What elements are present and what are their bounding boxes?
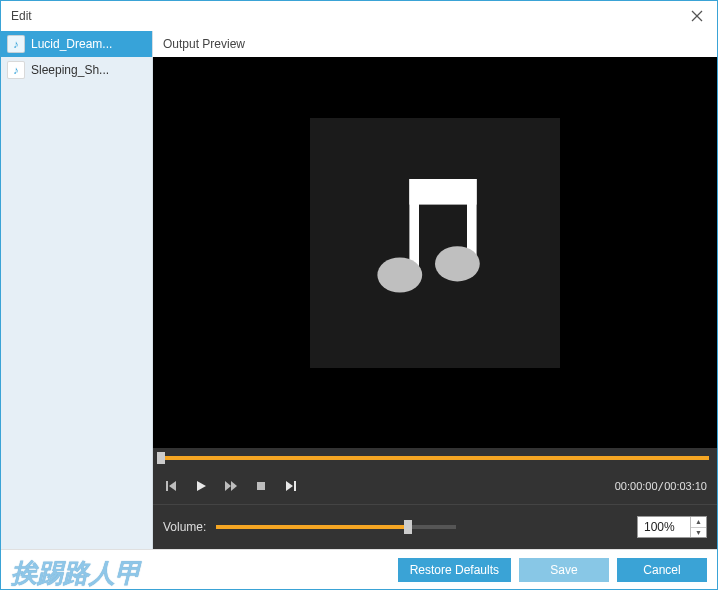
total-time: 00:03:10	[664, 480, 707, 492]
volume-spinner: ▲ ▼	[690, 517, 706, 537]
output-preview-label: Output Preview	[153, 31, 717, 57]
edit-window: Edit ♪ Lucid_Dream... ♪ Sleeping_Sh... O…	[0, 0, 718, 590]
music-file-icon: ♪	[7, 61, 25, 79]
volume-spin-up[interactable]: ▲	[691, 517, 706, 528]
close-button[interactable]	[683, 5, 711, 27]
seek-thumb[interactable]	[157, 452, 165, 464]
sidebar: ♪ Lucid_Dream... ♪ Sleeping_Sh...	[1, 31, 153, 549]
volume-fill	[216, 525, 408, 529]
window-title: Edit	[11, 9, 683, 23]
volume-value: 100%	[638, 520, 690, 534]
seek-slider[interactable]	[161, 456, 709, 460]
stop-button[interactable]	[253, 478, 269, 494]
svg-marker-10	[225, 481, 231, 491]
controls-row: 00:00:00/00:03:10	[153, 468, 717, 504]
svg-marker-11	[231, 481, 237, 491]
playbar: 00:00:00/00:03:10 Volume: 100% ▲ ▼	[153, 448, 717, 549]
svg-rect-2	[409, 179, 476, 205]
volume-thumb[interactable]	[404, 520, 412, 534]
save-button[interactable]: Save	[519, 558, 609, 582]
volume-input[interactable]: 100% ▲ ▼	[637, 516, 707, 538]
skip-back-icon	[165, 480, 177, 492]
cancel-button[interactable]: Cancel	[617, 558, 707, 582]
sidebar-item-track-0[interactable]: ♪ Lucid_Dream...	[1, 31, 152, 57]
sidebar-item-label: Sleeping_Sh...	[31, 63, 109, 77]
volume-spin-down[interactable]: ▼	[691, 528, 706, 538]
music-note-icon	[355, 163, 515, 323]
svg-marker-13	[286, 481, 293, 491]
prev-button[interactable]	[163, 478, 179, 494]
svg-point-5	[377, 257, 422, 292]
album-art-placeholder	[310, 118, 560, 368]
body: ♪ Lucid_Dream... ♪ Sleeping_Sh... Output…	[1, 31, 717, 549]
svg-rect-7	[166, 481, 168, 491]
svg-marker-8	[169, 481, 176, 491]
music-file-icon: ♪	[7, 35, 25, 53]
fast-forward-button[interactable]	[223, 478, 239, 494]
stop-icon	[256, 481, 266, 491]
svg-rect-12	[257, 482, 265, 490]
skip-forward-icon	[285, 480, 297, 492]
svg-rect-4	[467, 179, 477, 256]
next-button[interactable]	[283, 478, 299, 494]
main-panel: Output Preview	[153, 31, 717, 549]
volume-slider[interactable]	[216, 525, 456, 529]
seek-row	[153, 448, 717, 468]
sidebar-item-label: Lucid_Dream...	[31, 37, 112, 51]
preview-area	[153, 57, 717, 448]
time-display: 00:00:00/00:03:10	[615, 480, 707, 493]
current-time: 00:00:00	[615, 480, 658, 492]
volume-label: Volume:	[163, 520, 206, 534]
svg-rect-3	[409, 179, 419, 267]
fast-forward-icon	[224, 480, 238, 492]
restore-defaults-button[interactable]: Restore Defaults	[398, 558, 511, 582]
volume-row: Volume: 100% ▲ ▼	[153, 505, 717, 549]
svg-marker-9	[197, 481, 206, 491]
svg-rect-14	[294, 481, 296, 491]
close-icon	[691, 10, 703, 22]
titlebar: Edit	[1, 1, 717, 31]
footer: Restore Defaults Save Cancel	[1, 549, 717, 589]
svg-point-6	[435, 246, 480, 281]
sidebar-item-track-1[interactable]: ♪ Sleeping_Sh...	[1, 57, 152, 83]
play-button[interactable]	[193, 478, 209, 494]
play-icon	[195, 480, 207, 492]
